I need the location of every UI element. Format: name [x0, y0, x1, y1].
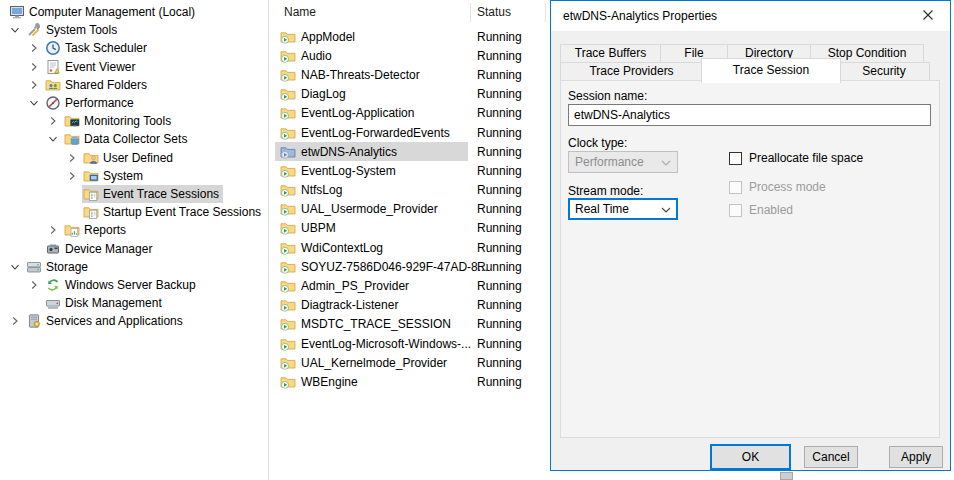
session-status: Running: [477, 145, 522, 159]
tab-trace-providers[interactable]: Trace Providers: [560, 62, 703, 81]
tree-item-services-and-applications[interactable]: Services and Applications: [0, 312, 268, 330]
list-row-appmodel[interactable]: AppModelRunning: [269, 27, 550, 46]
tree-item-body[interactable]: Storage: [25, 258, 92, 276]
tree-item-body[interactable]: System Tools: [25, 21, 121, 39]
session-status: Running: [477, 298, 522, 312]
chevron-collapsed-icon[interactable]: [27, 43, 44, 53]
tree-item-startup-event-trace-sessions[interactable]: Startup Event Trace Sessions: [0, 203, 268, 221]
tree-item-label: Shared Folders: [65, 78, 147, 92]
tree-item-reports[interactable]: Reports: [0, 221, 268, 239]
chevron-collapsed-icon[interactable]: [46, 225, 63, 235]
tree-item-storage[interactable]: Storage: [0, 258, 268, 276]
clock-type-value: Performance: [575, 155, 644, 169]
chevron-expanded-icon[interactable]: [46, 134, 63, 144]
tree-item-body[interactable]: System: [82, 167, 147, 185]
tree-item-event-viewer[interactable]: Event Viewer: [0, 58, 268, 76]
list-row-etwdns-analytics[interactable]: etwDNS-AnalyticsRunning: [269, 142, 550, 161]
folder-run-icon: [280, 297, 296, 313]
checkbox-preallocate-file-space[interactable]: Preallocate file space: [729, 151, 863, 165]
session-status: Running: [477, 164, 522, 178]
tree-item-system[interactable]: System: [0, 167, 268, 185]
tree-item-computer-management-local[interactable]: Computer Management (Local): [0, 3, 268, 21]
tree-item-body[interactable]: Performance: [44, 94, 138, 112]
list-row-eventlog-system[interactable]: EventLog-SystemRunning: [269, 161, 550, 180]
list-row-ubpm[interactable]: UBPMRunning: [269, 219, 550, 238]
folder-run-icon: [280, 86, 296, 102]
list-row-eventlog-microsoft-windows[interactable]: EventLog-Microsoft-Windows-...Running: [269, 334, 550, 353]
session-name: UAL_Usermode_Provider: [301, 202, 438, 216]
column-header-name[interactable]: Name: [284, 0, 316, 25]
tree-item-body[interactable]: Monitoring Tools: [63, 112, 175, 130]
checkbox-box[interactable]: [729, 152, 742, 165]
tree-item-task-scheduler[interactable]: Task Scheduler: [0, 39, 268, 57]
cancel-button[interactable]: Cancel: [804, 446, 858, 468]
chevron-collapsed-icon[interactable]: [46, 116, 63, 126]
chevron-expanded-icon[interactable]: [27, 98, 44, 108]
tree-item-shared-folders[interactable]: Shared Folders: [0, 76, 268, 94]
chevron-expanded-icon[interactable]: [8, 25, 25, 35]
tree-item-body[interactable]: Event Trace Sessions: [82, 185, 223, 203]
chevron-collapsed-icon[interactable]: [65, 153, 82, 163]
tools-icon: [26, 22, 42, 38]
tree-item-body[interactable]: Task Scheduler: [44, 39, 151, 57]
list-row-ntfslog[interactable]: NtfsLogRunning: [269, 181, 550, 200]
task-scheduler-icon: [45, 40, 61, 56]
list-row-eventlog-forwardedevents[interactable]: EventLog-ForwardedEventsRunning: [269, 123, 550, 142]
tree-item-device-manager[interactable]: Device Manager: [0, 239, 268, 257]
tree-item-data-collector-sets[interactable]: Data Collector Sets: [0, 130, 268, 148]
tree-item-body[interactable]: Windows Server Backup: [44, 276, 200, 294]
list-row-msdtc-trace-session[interactable]: MSDTC_TRACE_SESSIONRunning: [269, 315, 550, 334]
stream-mode-dropdown[interactable]: Real Time: [568, 198, 678, 220]
session-status: Running: [477, 68, 522, 82]
list-row-wdicontextlog[interactable]: WdiContextLogRunning: [269, 238, 550, 257]
close-button[interactable]: [905, 1, 950, 31]
apply-button[interactable]: Apply: [889, 446, 943, 468]
column-divider[interactable]: [470, 3, 471, 22]
tree-item-monitoring-tools[interactable]: Monitoring Tools: [0, 112, 268, 130]
ok-button[interactable]: OK: [710, 444, 791, 470]
column-header-status[interactable]: Status: [477, 0, 511, 25]
tree-item-body[interactable]: Services and Applications: [25, 312, 187, 330]
list-row-nab-threats-detector[interactable]: NAB-Threats-DetectorRunning: [269, 65, 550, 84]
chevron-collapsed-icon[interactable]: [27, 62, 44, 72]
tree-item-body[interactable]: Reports: [63, 221, 130, 239]
tree-item-body[interactable]: Shared Folders: [44, 76, 151, 94]
folder-run-icon: [280, 105, 296, 121]
tree-item-system-tools[interactable]: System Tools: [0, 21, 268, 39]
list-row-ual-usermode-provider[interactable]: UAL_Usermode_ProviderRunning: [269, 200, 550, 219]
list-row-eventlog-application[interactable]: EventLog-ApplicationRunning: [269, 104, 550, 123]
tree-item-disk-management[interactable]: Disk Management: [0, 294, 268, 312]
column-divider[interactable]: [545, 3, 546, 22]
list-row-ual-kernelmode-provider[interactable]: UAL_Kernelmode_ProviderRunning: [269, 353, 550, 372]
list-row-wbengine[interactable]: WBEngineRunning: [269, 372, 550, 391]
tree-item-performance[interactable]: Performance: [0, 94, 268, 112]
list-row-audio[interactable]: AudioRunning: [269, 46, 550, 65]
list-row-diagtrack-listener[interactable]: Diagtrack-ListenerRunning: [269, 296, 550, 315]
tree-item-body[interactable]: Device Manager: [44, 240, 156, 258]
tree-item-label: Startup Event Trace Sessions: [103, 205, 261, 219]
disk-management-icon: [45, 295, 61, 311]
tree-item-windows-server-backup[interactable]: Windows Server Backup: [0, 276, 268, 294]
list-row-diaglog[interactable]: DiagLogRunning: [269, 85, 550, 104]
folder-user-icon: [83, 150, 99, 166]
tab-security[interactable]: Security: [838, 62, 930, 81]
tree-item-body[interactable]: User Defined: [82, 149, 177, 167]
tree-item-body[interactable]: Event Viewer: [44, 58, 139, 76]
chevron-collapsed-icon[interactable]: [8, 316, 25, 326]
tree-item-body[interactable]: Disk Management: [44, 294, 166, 312]
tree-item-body[interactable]: Computer Management (Local): [8, 3, 199, 21]
tree-item-body[interactable]: Startup Event Trace Sessions: [82, 203, 265, 221]
tab-trace-buffers[interactable]: Trace Buffers: [560, 44, 661, 63]
chevron-collapsed-icon[interactable]: [65, 171, 82, 181]
chevron-collapsed-icon[interactable]: [27, 280, 44, 290]
list-row-admin-ps-provider[interactable]: Admin_PS_ProviderRunning: [269, 276, 550, 295]
tree-item-user-defined[interactable]: User Defined: [0, 149, 268, 167]
tree-item-body[interactable]: Data Collector Sets: [63, 130, 191, 148]
tree-item-event-trace-sessions[interactable]: Event Trace Sessions: [0, 185, 268, 203]
chevron-collapsed-icon[interactable]: [27, 80, 44, 90]
tab-trace-session[interactable]: Trace Session: [701, 58, 841, 83]
chevron-expanded-icon[interactable]: [8, 262, 25, 272]
list-row-soyuz-7586d046-929f-47ad-8[interactable]: SOYUZ-7586D046-929F-47AD-8...Running: [269, 257, 550, 276]
session-name-input[interactable]: [568, 104, 931, 126]
checkbox-box: [729, 181, 742, 194]
